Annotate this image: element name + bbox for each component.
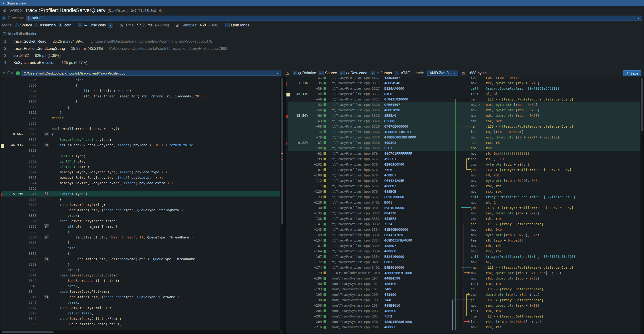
source-line[interactable]: 3306 { [2,83,283,88]
source-line[interactable]: 3345@1 SendString( ptr, (const char*)ptr… [2,294,283,300]
asm-row[interactable]: +138..t\TracyProfiler.cpp:3332483BF8cmpr… [288,216,640,221]
asm-row[interactable]: +92..t\TracyProfiler.hpp:67649C7C1FFFFFF… [288,151,640,156]
asm-row[interactable]: +198..mon\TracySystem.cpp:199744Cje.L6 -… [288,297,640,303]
asm-row[interactable]: +72..t\TracyProfiler.cpp:33264C8D05F146F… [288,129,640,135]
child-call-entry[interactable]: 1.tracy::Socket::Read25.25 ms (54.89%)C:… [2,38,644,45]
source-line[interactable]: 0.66%3315@7{ [2,131,283,137]
source-line[interactable]: 3308 std::this_thread::sleep_for( std::c… [2,93,283,99]
asm-row[interactable]: +193..mon\TracySystem.cpp:197740Eje.L3 -… [288,286,640,292]
source-line[interactable]: 3312#endif [2,115,283,121]
source-line[interactable]: 3325 [2,186,283,191]
asm-row[interactable]: 45.41%+44..t\TracyProfiler.cpp:331784C0t… [288,91,640,96]
asm-row[interactable]: +164..t\TracyProfiler.cpp:3334488BCBmovr… [288,248,640,254]
source-line[interactable]: 3331 case ServerQueryThreadString: [2,218,283,224]
source-line[interactable]: 3349 case ServerQueryCallstackFrame: [2,316,283,321]
mode-both-radio[interactable]: Both [58,23,72,27]
source-line[interactable]: 3348 return false; [2,311,283,316]
source-line[interactable]: 15.79%3326@9 switch( type ) [2,191,283,196]
source-line[interactable]: 3323 memcpy( &ptr, &payload.ptr, sizeof(… [2,175,283,180]
asm-row[interactable]: +195..mon\TracySystem.cpp:199443900cmpdw… [288,292,640,297]
asm-row[interactable]: 1.31%+35..t\TracyProfiler.cpp:3317488B49… [288,80,640,86]
source-line[interactable]: 3337 { [2,251,283,256]
asm-row[interactable]: +39..t\TracyProfiler.cpp:3317E824AA0000c… [288,86,640,91]
function-select[interactable]: [ - self - ] ▼ [26,15,642,21]
asm-row[interactable]: +204..mon\TracySystem.cpp:2034885C0testr… [288,308,640,314]
source-line[interactable]: 3322 memcpy( &type, &payload.type, sizeo… [2,169,283,175]
asm-row[interactable]: +128..t\TracyProfiler.cpp:3401B001moval,… [288,199,640,205]
save-button[interactable]: ↧ Save [623,70,641,76]
raw-code-checkbox[interactable]: ✓ ⚙ Raw code [340,71,368,75]
source-checkbox[interactable]: ✓ Source [319,71,337,75]
asm-row[interactable]: +143..t\TracyProfiler.cpp:333441B90B0000… [288,227,640,232]
asm-row[interactable]: +109..t\TracyProfiler.hpp:6764C8BC7movr8… [288,172,640,178]
source-line[interactable]: 3340 break; [2,267,283,272]
asm-row[interactable]: +90..t\TracyProfiler.cpp:3326FFE1jmprcx [288,145,640,151]
source-line[interactable]: 3338@1 SendString( ptr, GetThreadName( p… [2,256,283,262]
source-line[interactable]: 3305 else [2,77,283,83]
asm-row[interactable]: +66..t\TracyProfiler.cpp:33260F87CE06000… [288,124,640,129]
asm-row[interactable]: +200..mon\TracySystem.cpp:203488B4010mov… [288,303,640,308]
mode-source-radio[interactable]: Source [15,23,32,27]
scrollbar-thumb[interactable] [2,331,54,333]
att-syntax-checkbox[interactable]: ✓ AT&T [395,71,410,75]
source-line[interactable]: 3329 SendString( ptr, (const char*)ptr, … [2,207,283,213]
collapse-icon[interactable]: ▼ [2,2,5,4]
asm-row[interactable]: +149..t\TracyProfiler.cpp:3334C64424205F… [288,232,640,238]
scrollbar-thumb[interactable] [281,78,283,225]
source-line[interactable]: 3309 } [2,99,283,104]
source-line[interactable]: 3344 case ServerQueryPlotName: [2,289,283,294]
asm-row[interactable]: +216..mon\TracySystem.cpp:258488BCEmovrc… [288,324,640,330]
source-horizontal-scrollbar[interactable] [0,331,280,334]
mode-assembly-radio[interactable]: Assembly [34,23,56,27]
source-line[interactable]: 3313 [2,121,283,126]
asm-row[interactable]: +112..t\TracyProfiler.hpp:676C64424205Em… [288,178,640,183]
source-line[interactable]: 3336 else [2,245,283,251]
source-line[interactable]: 3342 SendSourceLocation( ptr ); [2,278,283,283]
asm-row[interactable]: +161..t\TracyProfiler.cpp:3334488BD7movr… [288,243,640,248]
asm-row[interactable]: +186..mon\TracySystem.cpp:197448B4598mov… [288,276,640,281]
child-call-entry[interactable]: 3.stat64i32625 µs (1.36%) [2,52,644,59]
asm-row[interactable]: +172..t\TracyProfiler.cpp:3401B001moval,… [288,259,640,265]
asm-row[interactable]: +56..t\TracyProfiler.cpp:3326488B7D98mov… [288,107,640,113]
source-line[interactable]: 3327 { [2,196,283,202]
source-line[interactable]: 3339 } [2,262,283,267]
asm-row[interactable]: +117..t\TracyProfiler.hpp:676488BD7movrd… [288,183,640,189]
source-line[interactable]: 3307 if( shouldExit ) return; [2,88,283,93]
asm-row[interactable]: +141..t\TracyProfiler.cpp:33327524jne.L1… [288,221,640,227]
asm-row[interactable]: +207..mon\TracySystem.cpp:20375F2jne.L2 … [288,314,640,319]
relative-checkbox[interactable]: ✓ Relative [292,71,316,75]
asm-row[interactable]: +120..t\TracyProfiler.hpp:676488BCBmovrc… [288,189,640,194]
asm-row[interactable]: +179..1103\include\atomic:1048488B05B63C… [288,270,640,276]
asm-row[interactable]: +130..t\TracyProfiler.cpp:3401E9E4010000… [288,205,640,210]
child-call-entry[interactable]: 2.tracy::Profiler::SendLongString19.88 m… [2,45,644,52]
asm-row[interactable]: +31..t\TracyProfiler.cpp:3317488D5597lea… [288,77,640,80]
asm-row[interactable]: +190..mon\TracySystem.cpp:1974885C0testr… [288,281,640,286]
asm-row[interactable]: +79..t\TracyProfiler.cpp:3326418B8C80E0B… [288,135,640,140]
source-line[interactable]: 3333 { [2,229,283,234]
asm-row[interactable]: +99..t\TracyProfiler.hpp:67649FFC1incr9 … [288,156,640,162]
child-call-entry[interactable]: 4.KeSynchronizeExecution125 µs (0.27%) [2,59,644,66]
source-line[interactable]: 3328 case ServerQueryString: [2,202,283,207]
source-line[interactable]: 3350 QueueCallstackFrame( ptr ); [2,321,283,327]
source-line[interactable]: 3314bool Profiler::HandleServerQuery() [2,126,283,131]
asm-row[interactable]: +174..t\TracyProfiler.cpp:3401E9B8010000… [288,265,640,270]
source-vertical-scrollbar[interactable] [280,77,283,331]
source-line[interactable]: 3346 break; [2,300,283,305]
source-line[interactable]: 3330 break; [2,213,283,218]
asm-row[interactable]: +123..t\TracyProfiler.hpp:676E850160000c… [288,194,640,199]
source-line[interactable]: 3341 case ServerQuerySourceLocation: [2,272,283,278]
source-line[interactable]: 3320 uint64_t ptr; [2,159,283,164]
source-line[interactable]: 3332@3 if( ptr == m_mainThread ) [2,224,283,229]
jumps-checkbox[interactable]: ✓ ⇄ Jumps [370,71,392,75]
source-line[interactable]: 3347 case ServerQueryTerminate: [2,305,283,311]
asm-row[interactable]: +107..t\TracyProfiler.hpp:67675F6jne.L0 … [288,167,640,172]
asm-row[interactable]: 15.50%+60..t\TracyProfiler.cpp:33268B55A… [288,113,640,118]
source-line[interactable]: 3316 ServerQueryPacket payload; [2,137,283,142]
asm-row[interactable]: +209..mon\TracySystem.cpp:258488D35E8861… [288,319,640,324]
file-list-icon[interactable]: ≡ [2,71,6,76]
source-line[interactable]: 3343 break; [2,283,283,289]
source-line[interactable]: 3335 } [2,240,283,245]
asm-row[interactable]: +52..t\TracyProfiler.cpp:33260FB64597mov… [288,102,640,107]
scrollbar-thumb[interactable] [641,78,643,131]
asm-row[interactable]: +167..t\TracyProfiler.cpp:3334E824160000… [288,254,640,259]
